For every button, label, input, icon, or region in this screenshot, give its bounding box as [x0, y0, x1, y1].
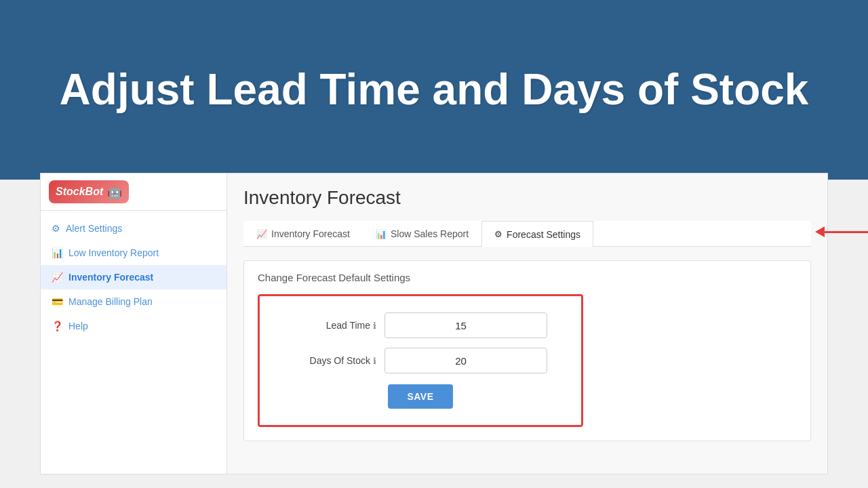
tab-label-slow-sales-report: Slow Sales Report: [391, 228, 469, 239]
settings-panel-title: Change Forecast Default Settings: [258, 272, 797, 283]
days-of-stock-input[interactable]: [384, 348, 547, 373]
hero-banner: Adjust Lead Time and Days of Stock: [0, 0, 868, 180]
arrow-annotation: [816, 226, 868, 237]
arrow-line: [825, 231, 868, 233]
settings-panel: Change Forecast Default Settings Lead Ti…: [243, 260, 811, 441]
days-of-stock-label: Days Of Stock ℹ: [281, 355, 376, 366]
lead-time-label: Lead Time ℹ: [281, 320, 376, 331]
logo-text: StockBot: [56, 186, 103, 198]
sidebar-logo: StockBot 🤖: [41, 174, 226, 211]
days-of-stock-info-icon[interactable]: ℹ: [373, 356, 376, 366]
sidebar-label-alert-settings: Alert Settings: [66, 223, 122, 234]
page-title: Inventory Forecast: [243, 187, 811, 209]
sidebar-label-manage-billing-plan: Manage Billing Plan: [68, 296, 153, 307]
tabs-container: 📈 Inventory Forecast 📊 Slow Sales Report…: [243, 221, 811, 247]
sidebar-item-help[interactable]: ❓ Help: [41, 314, 226, 338]
form-highlight-box: Lead Time ℹ Days Of Stock ℹ SAVE: [258, 294, 583, 427]
tab-inventory-forecast[interactable]: 📈 Inventory Forecast: [243, 221, 363, 246]
help-icon: ❓: [52, 321, 63, 331]
sidebar-item-low-inventory-report[interactable]: 📊 Low Inventory Report: [41, 241, 226, 265]
logo-icon: 🤖: [107, 184, 122, 199]
sidebar-label-low-inventory-report: Low Inventory Report: [68, 247, 159, 258]
save-button[interactable]: SAVE: [388, 384, 452, 409]
tab-bar-chart-icon: 📊: [376, 229, 387, 239]
sidebar-nav: ⚙ Alert Settings 📊 Low Inventory Report …: [41, 211, 226, 344]
tab-label-forecast-settings: Forecast Settings: [507, 229, 580, 240]
days-of-stock-row: Days Of Stock ℹ: [281, 348, 559, 373]
sidebar: StockBot 🤖 ⚙ Alert Settings 📊 Low Invent…: [41, 174, 227, 474]
billing-icon: 💳: [52, 296, 63, 307]
sidebar-item-inventory-forecast[interactable]: 📈 Inventory Forecast: [41, 265, 226, 289]
chart-bar-icon: 📊: [52, 247, 63, 258]
sidebar-item-alert-settings[interactable]: ⚙ Alert Settings: [41, 216, 226, 241]
main-content: Inventory Forecast 📈 Inventory Forecast …: [227, 174, 827, 474]
tab-label-inventory-forecast: Inventory Forecast: [271, 228, 350, 239]
hero-title: Adjust Lead Time and Days of Stock: [60, 64, 809, 116]
sidebar-item-manage-billing-plan[interactable]: 💳 Manage Billing Plan: [41, 289, 226, 314]
lead-time-input[interactable]: [384, 312, 547, 338]
sidebar-label-inventory-forecast: Inventory Forecast: [68, 272, 153, 283]
arrow-head: [815, 226, 825, 237]
sidebar-label-help: Help: [68, 321, 88, 331]
tab-chart-line-icon: 📈: [256, 229, 267, 239]
lead-time-info-icon[interactable]: ℹ: [373, 321, 376, 331]
app-container: StockBot 🤖 ⚙ Alert Settings 📊 Low Invent…: [40, 173, 828, 474]
logo-box[interactable]: StockBot 🤖: [49, 180, 129, 203]
tab-slow-sales-report[interactable]: 📊 Slow Sales Report: [363, 221, 481, 246]
save-row: SAVE: [281, 384, 559, 409]
tab-forecast-settings[interactable]: ⚙ Forecast Settings: [481, 221, 593, 247]
gear-icon: ⚙: [52, 223, 60, 234]
chart-line-icon: 📈: [52, 272, 63, 283]
tab-gear-icon: ⚙: [494, 229, 502, 239]
lead-time-row: Lead Time ℹ: [281, 312, 559, 338]
